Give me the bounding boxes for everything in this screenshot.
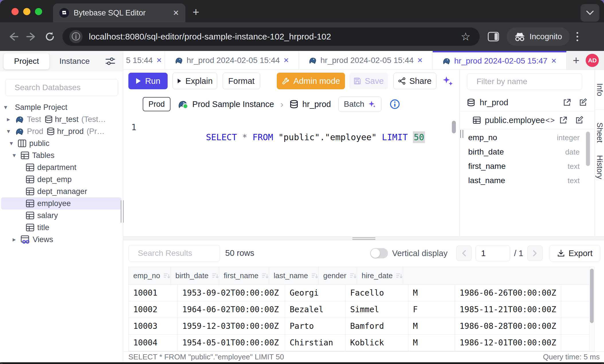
sql-code-line[interactable]: 1 SELECT * FROM "public"."employee" LIMI… bbox=[123, 120, 459, 134]
new-sheet-icon[interactable] bbox=[573, 55, 579, 66]
cell-emp-no[interactable]: 10004 bbox=[129, 335, 178, 351]
page-number-input[interactable] bbox=[476, 245, 510, 261]
tree-item[interactable]: ▾ Prod hr_prod bbox=[1, 125, 121, 137]
reload-icon[interactable] bbox=[45, 31, 55, 42]
close-tab-icon[interactable] bbox=[173, 9, 179, 17]
next-page-button[interactable] bbox=[527, 246, 543, 261]
cell-gender[interactable]: M bbox=[408, 318, 455, 334]
sort-icon[interactable] bbox=[164, 273, 170, 279]
panel-resize-handle[interactable] bbox=[460, 130, 463, 138]
ai-assistant-icon[interactable] bbox=[441, 75, 454, 87]
table-row[interactable]: 10003 1959-12-03T00:00:00Z Parto Bamford… bbox=[129, 318, 589, 335]
editor-tab[interactable]: 5 15:44 bbox=[123, 51, 165, 70]
back-icon[interactable] bbox=[8, 32, 18, 41]
view-code-icon[interactable] bbox=[546, 116, 555, 125]
format-button[interactable]: Format bbox=[223, 73, 260, 89]
close-tab-icon[interactable] bbox=[417, 56, 423, 64]
results-search[interactable] bbox=[128, 245, 220, 262]
avatar[interactable]: AD bbox=[586, 54, 599, 67]
column-header[interactable]: hire_date bbox=[357, 267, 403, 284]
cell-hire-date[interactable]: 1985-11-21T00:00:00Z bbox=[455, 301, 561, 318]
cell-last-name[interactable]: Simmel bbox=[346, 301, 408, 318]
forward-icon[interactable] bbox=[26, 32, 37, 41]
export-button[interactable]: Export bbox=[550, 245, 600, 262]
database-name[interactable]: hr_prod bbox=[302, 100, 331, 109]
cell-birth-date[interactable]: 1959-12-03T00:00:00Z bbox=[178, 318, 285, 334]
tree-item[interactable]: ▸ Views bbox=[1, 234, 121, 246]
side-tab[interactable]: Sheet bbox=[595, 110, 604, 155]
run-button[interactable]: Run bbox=[128, 73, 168, 89]
column-row[interactable]: birth_date date bbox=[460, 145, 583, 159]
column-header[interactable]: emp_no bbox=[129, 267, 171, 284]
admin-mode-button[interactable]: Admin mode bbox=[277, 73, 345, 89]
sql-code[interactable]: SELECT * FROM "public"."employee" LIMIT … bbox=[154, 112, 425, 142]
database-search-input[interactable] bbox=[14, 83, 119, 92]
cell-first-name[interactable]: Bezalel bbox=[285, 301, 346, 318]
cell-emp-no[interactable]: 10003 bbox=[129, 318, 178, 334]
cell-gender[interactable]: F bbox=[408, 301, 455, 318]
editor-scrollbar[interactable] bbox=[452, 121, 456, 133]
tree-caret-icon[interactable]: ▸ bbox=[13, 236, 21, 243]
close-window-button[interactable] bbox=[11, 8, 19, 15]
divider-grip-icon[interactable] bbox=[352, 238, 375, 240]
column-header[interactable]: gender bbox=[319, 267, 357, 284]
tree-item[interactable]: ▾ Sample Project bbox=[1, 101, 121, 113]
editor-results-divider[interactable] bbox=[123, 236, 604, 240]
close-tab-icon[interactable] bbox=[156, 56, 162, 64]
column-list-scrollbar[interactable] bbox=[586, 132, 590, 166]
tree-caret-icon[interactable]: ▾ bbox=[10, 140, 18, 147]
share-button[interactable]: Share bbox=[393, 73, 436, 89]
column-row[interactable]: emp_no integer bbox=[460, 130, 583, 145]
tree-item[interactable]: dept_manager bbox=[1, 185, 121, 197]
column-header[interactable]: first_name bbox=[219, 267, 269, 284]
tree-item[interactable]: employee bbox=[1, 197, 121, 209]
cell-emp-no[interactable]: 10001 bbox=[129, 285, 178, 301]
cell-emp-no[interactable]: 10002 bbox=[129, 301, 178, 318]
schema-table-row[interactable]: public.employee bbox=[460, 111, 595, 129]
side-tab[interactable]: Info bbox=[595, 70, 604, 110]
sort-icon[interactable] bbox=[396, 273, 403, 279]
tree-caret-icon[interactable]: ▾ bbox=[13, 152, 21, 159]
cell-last-name[interactable]: Koblick bbox=[346, 335, 408, 351]
browser-menu-icon[interactable] bbox=[576, 32, 578, 41]
cell-first-name[interactable]: Georgi bbox=[285, 285, 346, 301]
external-link-icon[interactable] bbox=[559, 116, 567, 124]
sort-icon[interactable] bbox=[262, 273, 269, 279]
table-row[interactable]: 10002 1964-06-02T00:00:00Z Bezalel Simme… bbox=[129, 301, 589, 318]
tree-caret-icon[interactable]: ▸ bbox=[7, 116, 15, 123]
environment-chip[interactable]: Prod bbox=[143, 97, 170, 111]
schema-filter[interactable] bbox=[467, 73, 582, 90]
schema-database-row[interactable]: hr_prod bbox=[460, 94, 595, 111]
tab-search-button[interactable] bbox=[581, 4, 599, 22]
zoom-window-button[interactable] bbox=[35, 8, 42, 15]
database-search[interactable] bbox=[5, 79, 118, 96]
sort-icon[interactable] bbox=[350, 273, 357, 279]
cell-gender[interactable]: M bbox=[408, 285, 455, 301]
table-row[interactable]: 10004 1954-05-01T00:00:00Z Chirstian Kob… bbox=[129, 335, 589, 351]
tree-item[interactable]: salary bbox=[1, 209, 121, 221]
cell-last-name[interactable]: Facello bbox=[346, 285, 408, 301]
editor-tab[interactable]: hr_prod 2024-02-05 15:44 bbox=[165, 51, 299, 70]
site-info-icon[interactable] bbox=[69, 30, 83, 43]
column-header[interactable]: birth_date bbox=[171, 267, 219, 284]
external-link-icon[interactable] bbox=[563, 98, 571, 106]
tree-item[interactable]: ▸ Test hr_test bbox=[1, 113, 121, 125]
schema-filter-input[interactable] bbox=[476, 77, 581, 86]
close-tab-icon[interactable] bbox=[283, 56, 289, 64]
cell-birth-date[interactable]: 1954-05-01T00:00:00Z bbox=[178, 335, 285, 351]
side-tab[interactable]: History bbox=[595, 155, 604, 179]
cell-first-name[interactable]: Parto bbox=[285, 318, 346, 334]
explain-button[interactable]: Explain bbox=[172, 73, 217, 89]
tree-caret-icon[interactable]: ▾ bbox=[7, 128, 15, 135]
cell-hire-date[interactable]: 1986-08-28T00:00:00Z bbox=[455, 318, 561, 334]
prev-page-button[interactable] bbox=[456, 246, 472, 261]
sidebar-resize-handle[interactable] bbox=[121, 200, 124, 223]
cell-first-name[interactable]: Chirstian bbox=[285, 335, 346, 351]
bookmark-star-icon[interactable] bbox=[461, 30, 470, 43]
new-tab-icon[interactable] bbox=[193, 6, 199, 18]
column-row[interactable]: first_name text bbox=[460, 159, 583, 173]
table-row[interactable]: 10001 1953-09-02T00:00:00Z Georgi Facell… bbox=[129, 285, 589, 301]
tree-item[interactable]: ▾ Tables bbox=[1, 149, 121, 161]
editor-tab[interactable]: hr_prod 2024-02-05 15:44 bbox=[299, 51, 433, 70]
cell-last-name[interactable]: Bamford bbox=[346, 318, 408, 334]
